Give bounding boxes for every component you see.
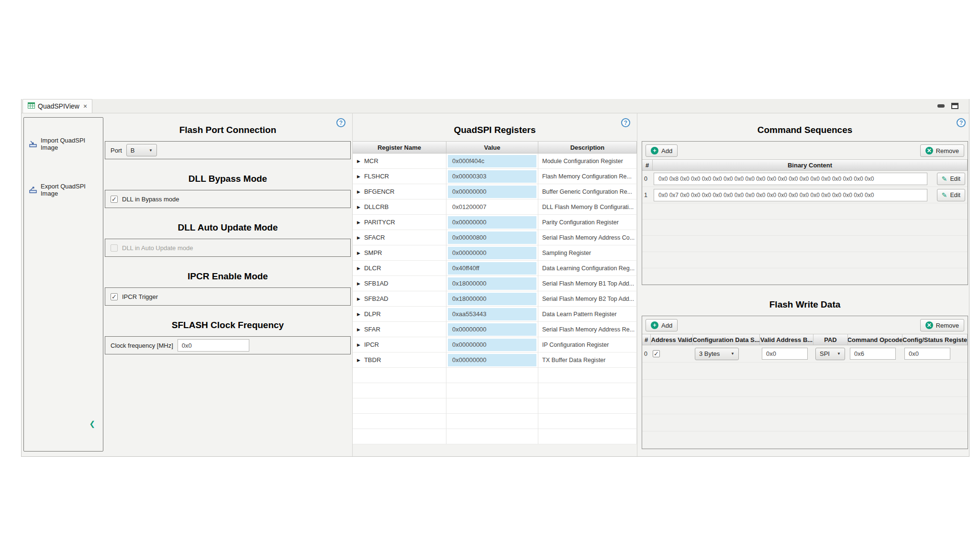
register-row[interactable]: ▶BFGENCR0x00000000Buffer Generic Configu… — [353, 184, 637, 199]
register-name-cell[interactable]: ▶FLSHCR — [353, 169, 446, 184]
register-row[interactable]: ▶DLLCRB0x01200007DLL Flash Memory B Conf… — [353, 199, 637, 215]
tab-quadspiview[interactable]: QuadSPIView × — [22, 99, 92, 113]
clock-frequency-input[interactable] — [178, 339, 249, 352]
register-name-cell[interactable]: ▶SFAR — [353, 322, 446, 337]
register-row[interactable]: ▶SFB2AD0x18000000Serial Flash Memory B2 … — [353, 291, 637, 307]
column-header-binary-content[interactable]: Binary Content — [653, 159, 968, 171]
register-name-cell[interactable]: ▶SFB2AD — [353, 291, 446, 307]
register-value[interactable]: 0x00000000 — [448, 216, 536, 229]
flash-write-row[interactable]: 0 3 Bytes ▼ — [642, 345, 968, 363]
register-value[interactable]: 0x18000000 — [448, 293, 536, 305]
register-name-cell[interactable]: ▶DLCR — [353, 261, 446, 276]
column-header-address-valid[interactable]: Address Valid — [651, 334, 693, 345]
column-header-configuration-data-size[interactable]: Configuration Data S... — [693, 334, 760, 345]
expand-arrow-icon[interactable]: ▶ — [357, 220, 360, 225]
binary-content-field[interactable]: 0x0 0x8 0x0 0x0 0x0 0x0 0x0 0x0 0x0 0x0 … — [654, 173, 927, 185]
register-value-cell[interactable]: 0x00000000 — [446, 353, 538, 368]
register-value-cell[interactable]: 0xaa553443 — [446, 307, 538, 322]
expand-arrow-icon[interactable]: ▶ — [357, 327, 360, 332]
register-value-cell[interactable]: 0x40ff40ff — [446, 261, 538, 276]
register-value-cell[interactable]: 0x18000000 — [446, 276, 538, 291]
expand-arrow-icon[interactable]: ▶ — [357, 342, 360, 347]
register-value[interactable]: 0x40ff40ff — [448, 262, 536, 275]
register-name-cell[interactable]: ▶DLLCRB — [353, 199, 446, 215]
register-name-cell[interactable]: ▶PARITYCR — [353, 215, 446, 230]
remove-sequence-button[interactable]: ✕ Remove — [920, 144, 964, 157]
column-header-index[interactable]: # — [642, 159, 653, 171]
register-name-cell[interactable]: ▶BFGENCR — [353, 184, 446, 199]
register-value[interactable]: 0x18000000 — [448, 277, 536, 290]
register-value[interactable]: 0x00000000 — [448, 247, 536, 259]
pad-select[interactable]: SPI ▼ — [815, 348, 845, 360]
register-value[interactable]: 0x01200007 — [448, 201, 536, 213]
register-row[interactable]: ▶PARITYCR0x00000000Parity Configuration … — [353, 215, 637, 230]
column-header-value[interactable]: Value — [446, 141, 538, 154]
expand-arrow-icon[interactable]: ▶ — [357, 205, 360, 209]
column-header-command-opcode[interactable]: Command Opcode — [848, 334, 902, 345]
expand-arrow-icon[interactable]: ▶ — [357, 281, 360, 286]
edit-button[interactable]: ✎Edit — [937, 189, 965, 201]
register-name-cell[interactable]: ▶DLPR — [353, 307, 446, 322]
minimize-icon[interactable] — [937, 104, 945, 108]
maximize-icon[interactable] — [951, 103, 958, 109]
register-row[interactable]: ▶SFACR0x00000800Serial Flash Memory Addr… — [353, 230, 637, 245]
register-value[interactable]: 0xaa553443 — [448, 308, 536, 320]
column-header-pad[interactable]: PAD — [813, 334, 848, 345]
register-row[interactable]: ▶SFB1AD0x18000000Serial Flash Memory B1 … — [353, 276, 637, 291]
add-write-data-button[interactable]: + Add — [646, 319, 678, 331]
register-name-cell[interactable]: ▶SMPR — [353, 245, 446, 261]
column-header-valid-address[interactable]: Valid Address B... — [760, 334, 813, 345]
register-value-cell[interactable]: 0x00000303 — [446, 169, 538, 184]
sidebar-collapse-button[interactable]: ❮ — [89, 419, 95, 428]
register-value[interactable]: 0x00000303 — [448, 170, 536, 183]
expand-arrow-icon[interactable]: ▶ — [357, 235, 360, 240]
register-name-cell[interactable]: ▶IPCR — [353, 337, 446, 353]
register-value[interactable]: 0x00000000 — [448, 339, 536, 351]
help-icon[interactable]: ? — [621, 118, 630, 127]
register-value-cell[interactable]: 0x00000000 — [446, 215, 538, 230]
sequence-row[interactable]: 00x0 0x8 0x0 0x0 0x0 0x0 0x0 0x0 0x0 0x0… — [642, 171, 968, 187]
expand-arrow-icon[interactable]: ▶ — [357, 189, 360, 194]
binary-content-field[interactable]: 0x0 0x7 0x0 0x0 0x0 0x0 0x0 0x0 0x0 0x0 … — [654, 189, 927, 201]
config-status-register-input[interactable] — [904, 348, 950, 360]
register-name-cell[interactable]: ▶TBDR — [353, 353, 446, 368]
column-header-description[interactable]: Description — [538, 141, 637, 154]
register-value[interactable]: 0x00000000 — [448, 323, 536, 336]
tab-close-icon[interactable]: × — [83, 102, 87, 110]
expand-arrow-icon[interactable]: ▶ — [357, 251, 360, 255]
expand-arrow-icon[interactable]: ▶ — [357, 358, 360, 363]
register-value-cell[interactable]: 0x00000000 — [446, 245, 538, 261]
register-row[interactable]: ▶SFAR0x00000000Serial Flash Memory Addre… — [353, 322, 637, 337]
register-row[interactable]: ▶MCR0x000f404cModule Configuration Regis… — [353, 154, 637, 169]
register-row[interactable]: ▶TBDR0x00000000TX Buffer Data Register — [353, 353, 637, 368]
configuration-data-size-select[interactable]: 3 Bytes ▼ — [695, 348, 739, 360]
register-value-cell[interactable]: 0x01200007 — [446, 199, 538, 215]
export-quadspi-image-button[interactable]: Export QuadSPI Image — [24, 181, 103, 199]
column-header-config-status-register[interactable]: Config/Status Registe — [902, 334, 968, 345]
register-value-cell[interactable]: 0x18000000 — [446, 291, 538, 307]
register-value[interactable]: 0x000f404c — [448, 155, 536, 167]
register-row[interactable]: ▶SMPR0x00000000Sampling Register — [353, 245, 637, 261]
port-select[interactable]: B ▼ — [126, 144, 157, 156]
expand-arrow-icon[interactable]: ▶ — [357, 174, 360, 179]
register-value[interactable]: 0x00000800 — [448, 231, 536, 244]
valid-address-input[interactable] — [762, 348, 808, 360]
register-name-cell[interactable]: ▶SFACR — [353, 230, 446, 245]
register-value-cell[interactable]: 0x00000800 — [446, 230, 538, 245]
register-value-cell[interactable]: 0x00000000 — [446, 337, 538, 353]
register-name-cell[interactable]: ▶SFB1AD — [353, 276, 446, 291]
expand-arrow-icon[interactable]: ▶ — [357, 312, 360, 317]
expand-arrow-icon[interactable]: ▶ — [357, 297, 360, 301]
remove-write-data-button[interactable]: ✕ Remove — [920, 319, 964, 331]
register-value-cell[interactable]: 0x00000000 — [446, 184, 538, 199]
register-value-cell[interactable]: 0x00000000 — [446, 322, 538, 337]
column-header-index[interactable]: # — [642, 334, 651, 345]
expand-arrow-icon[interactable]: ▶ — [357, 266, 360, 271]
register-name-cell[interactable]: ▶MCR — [353, 154, 446, 169]
column-header-register-name[interactable]: Register Name — [353, 141, 446, 154]
register-row[interactable]: ▶DLPR0xaa553443Data Learn Pattern Regist… — [353, 307, 637, 322]
add-sequence-button[interactable]: + Add — [646, 144, 678, 157]
register-row[interactable]: ▶DLCR0x40ff40ffData Learning Configurati… — [353, 261, 637, 276]
edit-button[interactable]: ✎Edit — [937, 173, 965, 185]
ipcr-trigger-checkbox[interactable] — [111, 293, 118, 300]
